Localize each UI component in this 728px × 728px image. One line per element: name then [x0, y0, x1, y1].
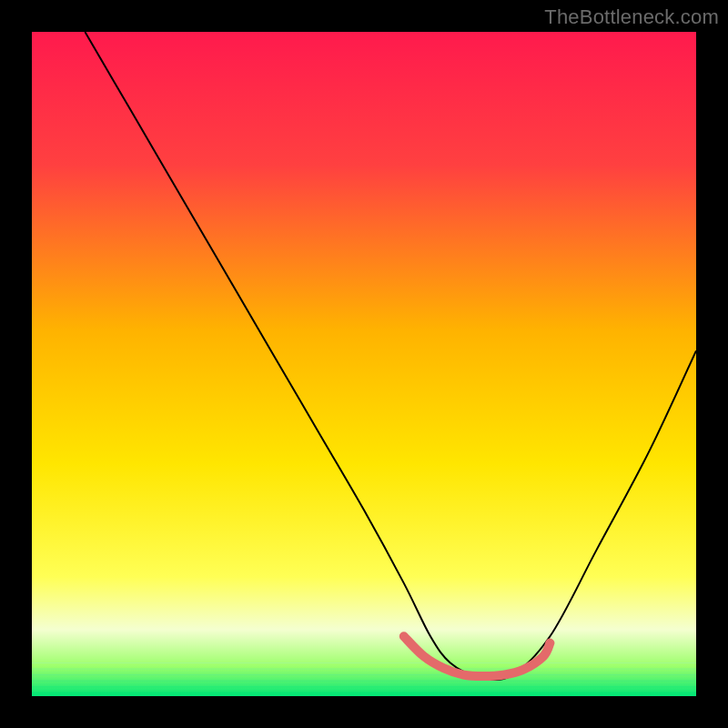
watermark-text: TheBottleneck.com [544, 5, 719, 29]
gradient-background [32, 32, 696, 696]
bottleneck-chart [32, 32, 696, 696]
plot-area [32, 32, 696, 696]
chart-frame: TheBottleneck.com [0, 0, 728, 728]
